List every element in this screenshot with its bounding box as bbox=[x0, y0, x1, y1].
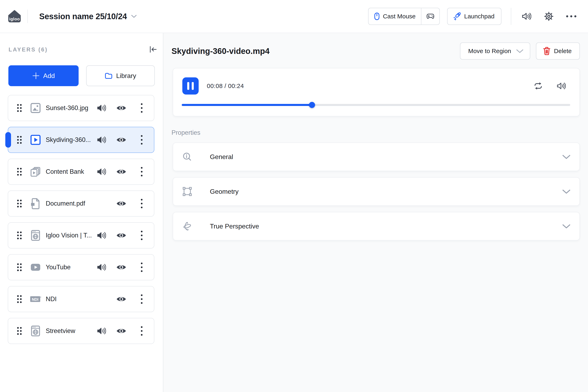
topbar-actions: Cast Mouse bbox=[368, 0, 576, 33]
layer-row-2[interactable]: Skydiving-360... bbox=[8, 127, 154, 153]
layer-menu-button[interactable] bbox=[136, 197, 147, 210]
layer-menu-button[interactable] bbox=[136, 324, 147, 338]
layer-menu-button[interactable] bbox=[136, 229, 147, 242]
visibility-toggle[interactable] bbox=[116, 133, 126, 146]
top-bar: igloo Session name 25/10/24 Cast Mouse bbox=[0, 0, 588, 33]
seek-track[interactable] bbox=[182, 104, 570, 106]
layer-menu-button[interactable] bbox=[136, 261, 147, 274]
pause-icon bbox=[187, 82, 189, 90]
section-label: True Perspective bbox=[210, 222, 259, 230]
layer-name: Sunset-360.jpg bbox=[46, 104, 88, 112]
selected-indicator bbox=[5, 132, 11, 148]
drag-handle-icon[interactable] bbox=[16, 326, 22, 336]
cast-mouse-button-group: Cast Mouse bbox=[368, 8, 440, 25]
mute-toggle[interactable] bbox=[96, 261, 106, 274]
visibility-toggle[interactable] bbox=[116, 102, 126, 114]
gamepad-button[interactable] bbox=[422, 8, 439, 24]
delete-label: Delete bbox=[554, 48, 572, 54]
drag-handle-icon[interactable] bbox=[16, 294, 22, 304]
move-to-region-label: Move to Region bbox=[468, 48, 511, 54]
visibility-toggle[interactable] bbox=[116, 165, 126, 178]
ellipsis-icon[interactable] bbox=[566, 11, 576, 22]
layer-row-4[interactable]: Document.pdf bbox=[8, 190, 154, 216]
rotate-3d-icon bbox=[182, 222, 192, 231]
youtube-icon bbox=[30, 263, 41, 272]
pause-button[interactable] bbox=[182, 78, 199, 94]
section-label: Geometry bbox=[210, 188, 238, 196]
mute-toggle[interactable] bbox=[96, 229, 106, 242]
cast-mouse-button[interactable]: Cast Mouse bbox=[368, 8, 421, 24]
volume-icon[interactable] bbox=[521, 11, 532, 22]
library-button[interactable]: Library bbox=[86, 65, 155, 86]
visibility-toggle[interactable] bbox=[116, 229, 126, 242]
visibility-toggle[interactable] bbox=[116, 261, 126, 274]
logo-text: igloo bbox=[8, 16, 21, 22]
launchpad-button[interactable]: Launchpad bbox=[447, 8, 502, 25]
mute-toggle[interactable] bbox=[96, 133, 106, 146]
add-label: Add bbox=[43, 72, 55, 80]
drag-handle-icon[interactable] bbox=[16, 135, 22, 145]
session-title[interactable]: Session name 25/10/24 bbox=[39, 12, 127, 21]
section-label: General bbox=[210, 153, 233, 161]
library-label: Library bbox=[116, 72, 136, 80]
folder-icon bbox=[105, 72, 112, 79]
visibility-toggle[interactable] bbox=[116, 197, 126, 210]
layer-row-7[interactable]: NDI NDI bbox=[8, 286, 154, 312]
trash-icon bbox=[543, 47, 551, 55]
layer-name: YouTube bbox=[46, 264, 71, 271]
move-to-region-button[interactable]: Move to Region bbox=[460, 42, 530, 60]
layer-row-3[interactable]: Content Bank bbox=[8, 159, 154, 185]
delete-button[interactable]: Delete bbox=[536, 42, 580, 60]
drag-handle-icon[interactable] bbox=[16, 262, 22, 272]
layers-header: LAYERS (6) bbox=[8, 46, 48, 53]
igloo-logo[interactable]: igloo bbox=[8, 10, 21, 23]
add-layer-button[interactable]: Add bbox=[8, 65, 78, 86]
collapse-sidebar-button[interactable] bbox=[149, 45, 158, 54]
drag-handle-icon[interactable] bbox=[16, 166, 22, 177]
layer-row-1[interactable]: Sunset-360.jpg bbox=[8, 95, 154, 121]
property-section-general[interactable]: General bbox=[173, 142, 580, 171]
video-player-card: 00:08 / 00:24 bbox=[173, 68, 580, 116]
web-icon bbox=[30, 230, 41, 241]
seek-progress bbox=[182, 104, 312, 106]
ndi-icon: NDI bbox=[30, 295, 41, 303]
layer-row-5[interactable]: Igloo Vision | T... bbox=[8, 222, 154, 248]
plus-icon bbox=[32, 72, 40, 80]
mute-toggle[interactable] bbox=[96, 324, 106, 338]
layer-menu-button[interactable] bbox=[136, 102, 147, 114]
visibility-toggle[interactable] bbox=[116, 324, 126, 338]
repeat-icon[interactable] bbox=[533, 81, 543, 91]
layers-sidebar: LAYERS (6) Add Library Sunset-360.j bbox=[0, 33, 163, 392]
mute-toggle[interactable] bbox=[96, 102, 106, 114]
drag-handle-icon[interactable] bbox=[16, 230, 22, 240]
asset-title: Skydiving-360-video.mp4 bbox=[172, 46, 270, 56]
layer-name: Igloo Vision | T... bbox=[46, 232, 92, 239]
session-chevron-down-icon[interactable] bbox=[131, 15, 137, 18]
playback-time: 00:08 / 00:24 bbox=[207, 82, 244, 90]
seek-slider[interactable] bbox=[182, 102, 570, 108]
chevron-down-icon bbox=[562, 224, 571, 229]
property-section-true-perspective[interactable]: True Perspective bbox=[173, 212, 580, 240]
drag-handle-icon[interactable] bbox=[16, 103, 22, 113]
layer-name: NDI bbox=[46, 296, 56, 303]
layer-menu-button[interactable] bbox=[136, 292, 147, 306]
topbar-separator bbox=[511, 8, 511, 25]
layer-menu-button[interactable] bbox=[136, 133, 147, 146]
gear-icon[interactable] bbox=[544, 11, 554, 22]
document-icon bbox=[30, 198, 41, 209]
drag-handle-icon[interactable] bbox=[16, 198, 22, 209]
asset-header: Skydiving-360-video.mp4 Move to Region D… bbox=[172, 42, 580, 60]
mute-toggle[interactable] bbox=[96, 165, 106, 178]
layer-row-8[interactable]: Streetview bbox=[8, 318, 154, 344]
web-icon bbox=[30, 325, 41, 337]
chevron-down-icon bbox=[516, 49, 524, 53]
layer-menu-button[interactable] bbox=[136, 165, 147, 178]
info-icon bbox=[182, 152, 192, 162]
layer-row-6[interactable]: YouTube bbox=[8, 254, 154, 280]
sidebar-actions: Add Library bbox=[8, 65, 155, 86]
volume-icon[interactable] bbox=[556, 81, 566, 91]
property-section-geometry[interactable]: Geometry bbox=[173, 177, 580, 206]
seek-handle[interactable] bbox=[309, 102, 315, 108]
visibility-toggle[interactable] bbox=[116, 292, 126, 306]
launchpad-label: Launchpad bbox=[464, 13, 494, 20]
